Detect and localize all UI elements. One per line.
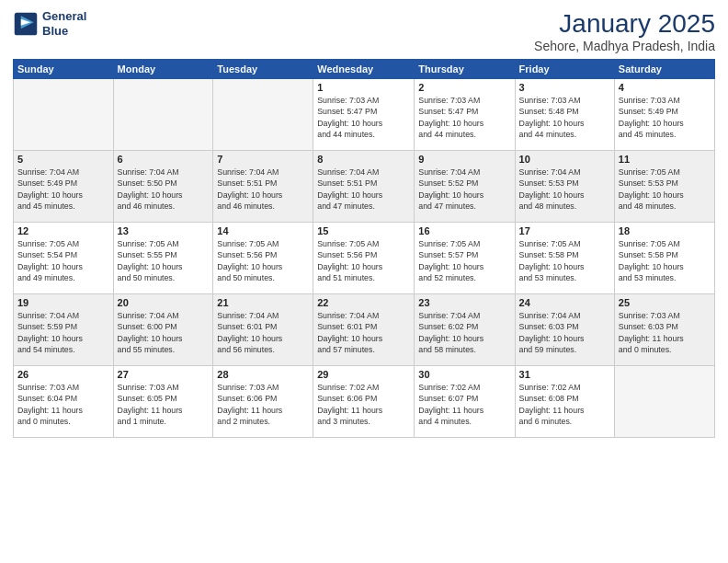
logo-text: General Blue bbox=[42, 9, 86, 38]
day-info: Sunrise: 7:04 AM Sunset: 5:52 PM Dayligh… bbox=[418, 167, 510, 212]
day-number: 11 bbox=[619, 154, 711, 165]
calendar-cell: 12Sunrise: 7:05 AM Sunset: 5:54 PM Dayli… bbox=[14, 223, 114, 294]
calendar-cell: 30Sunrise: 7:02 AM Sunset: 6:07 PM Dayli… bbox=[415, 366, 515, 438]
logo-line1: General bbox=[42, 9, 86, 24]
calendar-cell: 4Sunrise: 7:03 AM Sunset: 5:49 PM Daylig… bbox=[614, 79, 714, 151]
day-number: 30 bbox=[418, 369, 510, 380]
day-number: 9 bbox=[418, 154, 510, 165]
day-number: 13 bbox=[118, 225, 210, 236]
col-header-friday: Friday bbox=[515, 60, 614, 79]
calendar-cell: 2Sunrise: 7:03 AM Sunset: 5:47 PM Daylig… bbox=[415, 79, 515, 151]
col-header-thursday: Thursday bbox=[415, 60, 515, 79]
day-info: Sunrise: 7:05 AM Sunset: 5:58 PM Dayligh… bbox=[619, 238, 711, 283]
day-info: Sunrise: 7:05 AM Sunset: 5:58 PM Dayligh… bbox=[519, 238, 610, 283]
day-info: Sunrise: 7:05 AM Sunset: 5:56 PM Dayligh… bbox=[317, 238, 410, 283]
day-info: Sunrise: 7:03 AM Sunset: 5:47 PM Dayligh… bbox=[317, 95, 410, 140]
day-info: Sunrise: 7:04 AM Sunset: 5:53 PM Dayligh… bbox=[519, 167, 610, 212]
col-header-wednesday: Wednesday bbox=[313, 60, 415, 79]
day-number: 7 bbox=[217, 154, 309, 165]
day-number: 12 bbox=[17, 225, 109, 236]
logo: General Blue bbox=[13, 9, 86, 38]
day-info: Sunrise: 7:02 AM Sunset: 6:07 PM Dayligh… bbox=[418, 382, 510, 427]
header-row: SundayMondayTuesdayWednesdayThursdayFrid… bbox=[14, 60, 715, 79]
day-info: Sunrise: 7:04 AM Sunset: 5:59 PM Dayligh… bbox=[17, 310, 109, 355]
day-number: 24 bbox=[519, 297, 610, 308]
day-number: 28 bbox=[217, 369, 309, 380]
day-info: Sunrise: 7:02 AM Sunset: 6:06 PM Dayligh… bbox=[317, 382, 410, 427]
calendar-cell: 31Sunrise: 7:02 AM Sunset: 6:08 PM Dayli… bbox=[515, 366, 614, 438]
header: General Blue January 2025 Sehore, Madhya… bbox=[13, 9, 715, 53]
day-info: Sunrise: 7:05 AM Sunset: 5:54 PM Dayligh… bbox=[17, 238, 109, 283]
day-number: 15 bbox=[317, 225, 410, 236]
day-number: 20 bbox=[118, 297, 210, 308]
day-info: Sunrise: 7:03 AM Sunset: 5:47 PM Dayligh… bbox=[418, 95, 510, 140]
day-info: Sunrise: 7:05 AM Sunset: 5:56 PM Dayligh… bbox=[217, 238, 309, 283]
calendar-cell bbox=[14, 79, 114, 151]
day-number: 10 bbox=[519, 154, 610, 165]
calendar: SundayMondayTuesdayWednesdayThursdayFrid… bbox=[13, 59, 715, 438]
calendar-cell: 11Sunrise: 7:05 AM Sunset: 5:53 PM Dayli… bbox=[614, 151, 714, 223]
calendar-cell: 22Sunrise: 7:04 AM Sunset: 6:01 PM Dayli… bbox=[313, 294, 415, 366]
day-info: Sunrise: 7:04 AM Sunset: 6:02 PM Dayligh… bbox=[418, 310, 510, 355]
col-header-monday: Monday bbox=[113, 60, 213, 79]
calendar-cell: 24Sunrise: 7:04 AM Sunset: 6:03 PM Dayli… bbox=[515, 294, 614, 366]
calendar-cell: 20Sunrise: 7:04 AM Sunset: 6:00 PM Dayli… bbox=[113, 294, 213, 366]
day-number: 25 bbox=[619, 297, 711, 308]
day-number: 26 bbox=[17, 369, 109, 380]
day-number: 19 bbox=[17, 297, 109, 308]
location-subtitle: Sehore, Madhya Pradesh, India bbox=[534, 39, 715, 53]
calendar-cell: 7Sunrise: 7:04 AM Sunset: 5:51 PM Daylig… bbox=[213, 151, 313, 223]
calendar-cell bbox=[113, 79, 213, 151]
day-number: 22 bbox=[317, 297, 410, 308]
week-row-4: 19Sunrise: 7:04 AM Sunset: 5:59 PM Dayli… bbox=[14, 294, 715, 366]
day-info: Sunrise: 7:04 AM Sunset: 5:51 PM Dayligh… bbox=[217, 167, 309, 212]
calendar-cell: 10Sunrise: 7:04 AM Sunset: 5:53 PM Dayli… bbox=[515, 151, 614, 223]
day-info: Sunrise: 7:03 AM Sunset: 6:03 PM Dayligh… bbox=[619, 310, 711, 355]
logo-line2: Blue bbox=[42, 24, 86, 39]
calendar-cell: 15Sunrise: 7:05 AM Sunset: 5:56 PM Dayli… bbox=[313, 223, 415, 294]
day-info: Sunrise: 7:03 AM Sunset: 6:05 PM Dayligh… bbox=[118, 382, 210, 427]
week-row-1: 1Sunrise: 7:03 AM Sunset: 5:47 PM Daylig… bbox=[14, 79, 715, 151]
title-block: January 2025 Sehore, Madhya Pradesh, Ind… bbox=[534, 9, 715, 53]
day-info: Sunrise: 7:05 AM Sunset: 5:55 PM Dayligh… bbox=[118, 238, 210, 283]
calendar-cell: 14Sunrise: 7:05 AM Sunset: 5:56 PM Dayli… bbox=[213, 223, 313, 294]
day-info: Sunrise: 7:04 AM Sunset: 6:03 PM Dayligh… bbox=[519, 310, 610, 355]
day-number: 17 bbox=[519, 225, 610, 236]
calendar-cell: 1Sunrise: 7:03 AM Sunset: 5:47 PM Daylig… bbox=[313, 79, 415, 151]
calendar-cell bbox=[614, 366, 714, 438]
day-info: Sunrise: 7:05 AM Sunset: 5:53 PM Dayligh… bbox=[619, 167, 711, 212]
day-info: Sunrise: 7:04 AM Sunset: 6:01 PM Dayligh… bbox=[217, 310, 309, 355]
day-number: 27 bbox=[118, 369, 210, 380]
day-number: 1 bbox=[317, 82, 410, 93]
day-info: Sunrise: 7:03 AM Sunset: 5:48 PM Dayligh… bbox=[519, 95, 610, 140]
day-info: Sunrise: 7:04 AM Sunset: 6:00 PM Dayligh… bbox=[118, 310, 210, 355]
day-number: 2 bbox=[418, 82, 510, 93]
calendar-cell bbox=[213, 79, 313, 151]
calendar-cell: 3Sunrise: 7:03 AM Sunset: 5:48 PM Daylig… bbox=[515, 79, 614, 151]
calendar-cell: 23Sunrise: 7:04 AM Sunset: 6:02 PM Dayli… bbox=[415, 294, 515, 366]
day-number: 3 bbox=[519, 82, 610, 93]
week-row-5: 26Sunrise: 7:03 AM Sunset: 6:04 PM Dayli… bbox=[14, 366, 715, 438]
day-info: Sunrise: 7:03 AM Sunset: 6:06 PM Dayligh… bbox=[217, 382, 309, 427]
month-title: January 2025 bbox=[534, 9, 715, 39]
calendar-cell: 29Sunrise: 7:02 AM Sunset: 6:06 PM Dayli… bbox=[313, 366, 415, 438]
week-row-2: 5Sunrise: 7:04 AM Sunset: 5:49 PM Daylig… bbox=[14, 151, 715, 223]
day-number: 4 bbox=[619, 82, 711, 93]
calendar-cell: 21Sunrise: 7:04 AM Sunset: 6:01 PM Dayli… bbox=[213, 294, 313, 366]
day-number: 29 bbox=[317, 369, 410, 380]
calendar-cell: 9Sunrise: 7:04 AM Sunset: 5:52 PM Daylig… bbox=[415, 151, 515, 223]
day-info: Sunrise: 7:04 AM Sunset: 5:50 PM Dayligh… bbox=[118, 167, 210, 212]
day-number: 16 bbox=[418, 225, 510, 236]
day-info: Sunrise: 7:04 AM Sunset: 5:51 PM Dayligh… bbox=[317, 167, 410, 212]
day-info: Sunrise: 7:04 AM Sunset: 5:49 PM Dayligh… bbox=[17, 167, 109, 212]
logo-icon bbox=[13, 11, 39, 37]
calendar-cell: 26Sunrise: 7:03 AM Sunset: 6:04 PM Dayli… bbox=[14, 366, 114, 438]
calendar-cell: 13Sunrise: 7:05 AM Sunset: 5:55 PM Dayli… bbox=[113, 223, 213, 294]
day-info: Sunrise: 7:03 AM Sunset: 5:49 PM Dayligh… bbox=[619, 95, 711, 140]
calendar-cell: 28Sunrise: 7:03 AM Sunset: 6:06 PM Dayli… bbox=[213, 366, 313, 438]
day-number: 23 bbox=[418, 297, 510, 308]
week-row-3: 12Sunrise: 7:05 AM Sunset: 5:54 PM Dayli… bbox=[14, 223, 715, 294]
calendar-cell: 6Sunrise: 7:04 AM Sunset: 5:50 PM Daylig… bbox=[113, 151, 213, 223]
col-header-tuesday: Tuesday bbox=[213, 60, 313, 79]
day-number: 31 bbox=[519, 369, 610, 380]
